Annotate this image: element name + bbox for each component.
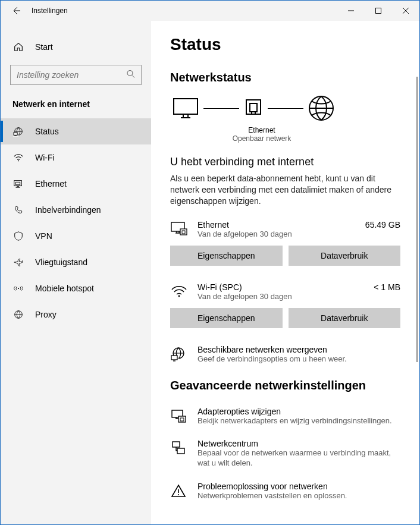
properties-button[interactable]: Eigenschappen	[170, 308, 283, 328]
home-button[interactable]: Start	[1, 35, 151, 59]
connection-period: Van de afgelopen 30 dagen	[198, 230, 365, 238]
available-title: Beschikbare netwerken weergeven	[198, 345, 347, 354]
svg-point-1	[127, 71, 133, 76]
network-diagram	[170, 94, 400, 122]
sidebar-item-label: Wi-Fi	[35, 153, 55, 162]
sidebar-item-ethernet[interactable]: Ethernet	[1, 171, 151, 197]
connection-name: Wi-Fi (SPC)	[198, 282, 374, 292]
main-content: Status Netwerkstatus Ethernet Openbaar n…	[151, 21, 419, 524]
hotspot-icon	[12, 282, 24, 294]
svg-point-5	[18, 161, 19, 162]
home-label: Start	[35, 42, 53, 52]
svg-rect-25	[177, 448, 184, 454]
sidebar-item-label: Inbelverbindingen	[35, 205, 101, 215]
svg-point-8	[18, 288, 19, 289]
wifi-icon	[12, 152, 24, 164]
sidebar-item-status[interactable]: Status	[1, 118, 151, 144]
internet-globe-icon	[307, 94, 336, 122]
scrollbar[interactable]	[416, 77, 418, 362]
available-desc: Geef de verbindingsopties om u heen weer…	[198, 354, 347, 364]
network-center-title: Netwerkcentrum	[198, 439, 394, 448]
network-status-heading: Netwerkstatus	[170, 71, 400, 84]
sidebar-item-label: VPN	[35, 231, 52, 241]
svg-rect-12	[250, 103, 257, 112]
page-title: Status	[170, 35, 400, 54]
sidebar-item-dialup[interactable]: Inbelverbindingen	[1, 197, 151, 223]
diagram-labels: Ethernet Openbaar netwerk	[232, 126, 292, 143]
diagram-network-type: Openbaar netwerk	[232, 134, 292, 143]
network-center-link[interactable]: Netwerkcentrum Bepaal voor de netwerken …	[170, 439, 400, 469]
search-input[interactable]	[10, 65, 142, 85]
adapter-title: Adapteropties wijzigen	[198, 407, 392, 416]
troubleshoot-title: Probleemoplossing voor netwerken	[198, 482, 347, 491]
sidebar-item-label: Proxy	[35, 310, 57, 319]
ethernet-icon	[12, 178, 24, 190]
pc-icon	[171, 96, 200, 120]
search-icon	[126, 70, 136, 81]
dialup-icon	[12, 204, 24, 216]
back-button[interactable]	[4, 1, 28, 21]
sidebar-item-hotspot[interactable]: Mobiele hotspot	[1, 275, 151, 301]
wifi-icon	[170, 282, 188, 300]
sidebar: Start Netwerk en internet Status Wi-Fi E…	[1, 21, 151, 524]
svg-point-26	[178, 494, 179, 495]
window-title: Instellingen	[28, 7, 337, 15]
connection-usage: 65.49 GB	[365, 220, 400, 230]
home-icon	[12, 41, 24, 53]
properties-button[interactable]: Eigenschappen	[170, 246, 283, 266]
svg-rect-0	[376, 8, 381, 14]
airplane-icon	[12, 256, 24, 268]
network-center-desc: Bepaal voor de netwerken waarmee u verbi…	[198, 448, 394, 469]
sidebar-item-label: Mobiele hotspot	[35, 284, 94, 293]
sidebar-section-title: Netwerk en internet	[1, 93, 151, 118]
connection-ethernet: Ethernet Van de afgelopen 30 dagen 65.49…	[170, 220, 400, 266]
troubleshoot-link[interactable]: Probleemoplossing voor netwerken Netwerk…	[170, 482, 400, 501]
adapter-icon	[170, 408, 187, 425]
adapter-options-link[interactable]: Adapteropties wijzigen Bekijk netwerkada…	[170, 407, 400, 426]
connected-description: Als u een beperkt data-abonnement hebt, …	[170, 173, 400, 207]
close-button[interactable]	[392, 1, 419, 21]
sidebar-item-label: Ethernet	[35, 179, 67, 188]
ethernet-plug-icon	[243, 96, 264, 120]
troubleshoot-desc: Netwerkproblemen vaststellen en oplossen…	[198, 491, 347, 501]
sidebar-item-label: Vliegtuigstand	[35, 257, 87, 267]
globe-pc-icon	[170, 346, 187, 363]
svg-rect-7	[16, 182, 20, 185]
minimize-button[interactable]	[337, 1, 365, 21]
svg-rect-10	[174, 99, 198, 114]
status-icon	[12, 125, 24, 137]
vpn-icon	[12, 230, 24, 242]
connection-wifi: Wi-Fi (SPC) Van de afgelopen 30 dagen < …	[170, 282, 400, 328]
svg-rect-24	[173, 442, 180, 447]
globe-icon	[12, 309, 24, 320]
adapter-desc: Bekijk netwerkadapters en wijzig verbind…	[198, 416, 392, 426]
diagram-device-label: Ethernet	[232, 126, 292, 134]
sidebar-item-label: Status	[35, 127, 59, 136]
sidebar-item-wifi[interactable]: Wi-Fi	[1, 144, 151, 171]
svg-point-17	[178, 295, 180, 297]
data-usage-button[interactable]: Dataverbruik	[289, 246, 401, 266]
available-networks-link[interactable]: Beschikbare netwerken weergeven Geef de …	[170, 345, 400, 364]
sidebar-item-proxy[interactable]: Proxy	[1, 301, 151, 328]
connected-heading: U hebt verbinding met internet	[170, 156, 400, 168]
network-center-icon	[170, 440, 187, 457]
maximize-button[interactable]	[365, 1, 392, 21]
titlebar: Instellingen	[1, 1, 419, 21]
sidebar-item-vpn[interactable]: VPN	[1, 223, 151, 249]
connection-name: Ethernet	[198, 220, 365, 230]
ethernet-pc-icon	[170, 220, 188, 238]
sidebar-item-airplane[interactable]: Vliegtuigstand	[1, 249, 151, 275]
connection-usage: < 1 MB	[374, 282, 400, 292]
connection-period: Van de afgelopen 30 dagen	[198, 292, 374, 301]
advanced-heading: Geavanceerde netwerkinstellingen	[170, 379, 400, 392]
warning-icon	[170, 483, 187, 499]
data-usage-button[interactable]: Dataverbruik	[289, 308, 401, 328]
